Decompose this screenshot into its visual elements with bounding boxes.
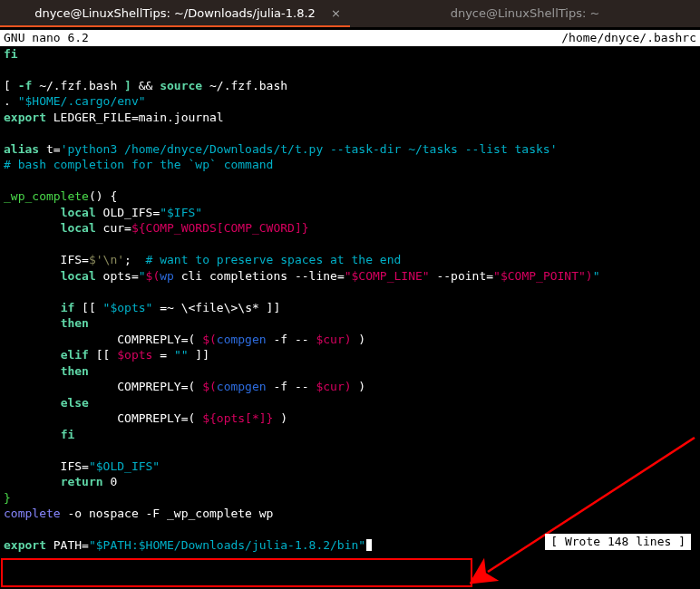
tab-bar: dnyce@LinuxShellTips: ~/Downloads/julia-…	[0, 0, 700, 27]
code-text: )	[586, 269, 593, 283]
code-text: )	[345, 333, 352, 346]
code-text: "$IFS"	[160, 206, 202, 219]
cursor	[365, 538, 373, 552]
code-text: return	[61, 475, 103, 488]
code-text: -o nospace -F _wp_complete wp	[61, 507, 274, 520]
code-text	[4, 269, 61, 283]
nano-title-bar: GNU nano 6.2 /home/dnyce/.bashrc	[0, 30, 700, 46]
code-text: elif	[61, 348, 89, 362]
code-text: "$HOME/.cargo/env"	[18, 94, 146, 108]
code-text: fi	[61, 428, 75, 441]
nano-filename: /home/dnyce/.bashrc	[561, 30, 696, 46]
code-text: )	[352, 333, 366, 346]
code-text: "$PATH:$HOME/Downloads/julia-1.8.2/bin"	[89, 538, 365, 552]
code-text: 'python3 /home/dnyce/Downloads/t/t.py --…	[61, 142, 558, 156]
tab-label: dnyce@LinuxShellTips: ~	[451, 5, 600, 22]
code-text: ""	[174, 348, 189, 362]
code-text: alias	[4, 142, 39, 156]
code-text: ${COMP_WORDS[COMP_CWORD]}	[131, 221, 309, 235]
code-text: ]]	[189, 348, 209, 362]
code-text: COMPREPLY=(	[4, 333, 202, 346]
code-text: $(	[146, 269, 160, 283]
code-text	[4, 396, 61, 410]
code-text: export	[4, 111, 46, 124]
code-text: COMPREPLY=(	[4, 380, 202, 393]
tab-inactive[interactable]: dnyce@LinuxShellTips: ~	[350, 0, 700, 27]
code-text: export	[4, 538, 46, 552]
code-text: [[	[89, 348, 117, 362]
code-text: "$opts"	[103, 301, 153, 314]
code-text: .	[4, 94, 18, 108]
code-text: IFS=	[4, 459, 89, 473]
code-text	[4, 301, 61, 314]
code-text: $(	[202, 380, 217, 393]
code-text: source	[160, 79, 202, 92]
code-text: IFS=	[4, 253, 89, 266]
code-text: # bash completion for the `wp` command	[4, 158, 273, 171]
code-text: =~ \<file\>\s* ]]	[152, 301, 280, 314]
code-text: 0	[103, 475, 118, 488]
code-text: ~/.fzf.bash	[32, 79, 124, 92]
tab-label: dnyce@LinuxShellTips: ~/Downloads/julia-…	[34, 5, 316, 22]
code-text: )	[352, 380, 366, 393]
code-text: t=	[39, 142, 60, 156]
code-text: ~/.fzf.bash	[202, 79, 287, 92]
code-text: ${opts[*]}	[202, 411, 273, 425]
code-text: then	[61, 316, 89, 330]
code-text: else	[61, 396, 89, 410]
code-text	[4, 206, 61, 219]
code-text: complete	[4, 507, 61, 520]
code-text: --point=	[430, 269, 493, 283]
code-text: [[	[74, 301, 102, 314]
code-text: local	[61, 206, 96, 219]
code-text: () {	[89, 189, 117, 203]
close-icon[interactable]: ×	[331, 5, 341, 22]
code-text: "$COMP_LINE"	[345, 269, 430, 283]
code-text: "	[593, 269, 600, 283]
code-text: ;	[124, 253, 145, 266]
code-text: OLD_IFS=	[96, 206, 160, 219]
code-text: if	[61, 301, 75, 314]
code-text	[4, 428, 61, 441]
code-text: $cur	[316, 380, 344, 393]
code-text: local	[61, 221, 96, 235]
code-text: COMPREPLY=(	[4, 411, 202, 425]
code-text: # want to preserve spaces at the end	[146, 253, 402, 266]
code-text	[4, 221, 61, 235]
status-text: [ Wrote 148 lines ]	[550, 535, 685, 548]
code-text: ]	[124, 79, 131, 92]
code-text: wp	[160, 269, 174, 283]
editor-area[interactable]: fi [ -f ~/.fzf.bash ] && source ~/.fzf.b…	[0, 46, 700, 554]
code-text: =	[152, 348, 173, 362]
code-text: )	[273, 411, 287, 425]
code-text: $'\n'	[89, 253, 124, 266]
code-text: local	[61, 269, 96, 283]
code-text: compgen	[217, 380, 267, 393]
code-text: -f --	[267, 333, 316, 346]
annotation-box	[1, 558, 472, 587]
code-text	[4, 348, 61, 362]
code-text: [	[4, 79, 18, 92]
tab-active[interactable]: dnyce@LinuxShellTips: ~/Downloads/julia-…	[0, 0, 350, 27]
code-text: PATH=	[46, 538, 89, 552]
code-text: }	[4, 491, 11, 505]
nano-status-message: [ Wrote 148 lines ]	[545, 534, 691, 550]
code-text: "$OLD_IFS"	[89, 459, 160, 473]
code-text: $opts	[117, 348, 152, 362]
code-text	[4, 316, 61, 330]
code-text: then	[61, 364, 89, 378]
code-text: LEDGER_FILE=main.journal	[46, 111, 224, 124]
nano-version: GNU nano 6.2	[4, 30, 89, 46]
code-text	[4, 475, 61, 488]
code-text: "	[139, 269, 146, 283]
code-text: )	[345, 380, 352, 393]
code-text: -f	[18, 79, 33, 92]
tab-active-indicator	[0, 25, 350, 27]
code-text: cur=	[96, 221, 131, 235]
code-text: cli completions --line=	[174, 269, 345, 283]
code-text: _wp_complete	[4, 189, 89, 203]
code-text: $(	[202, 333, 217, 346]
code-text: -f --	[267, 380, 316, 393]
code-text: opts=	[96, 269, 139, 283]
code-text: &&	[131, 79, 160, 92]
